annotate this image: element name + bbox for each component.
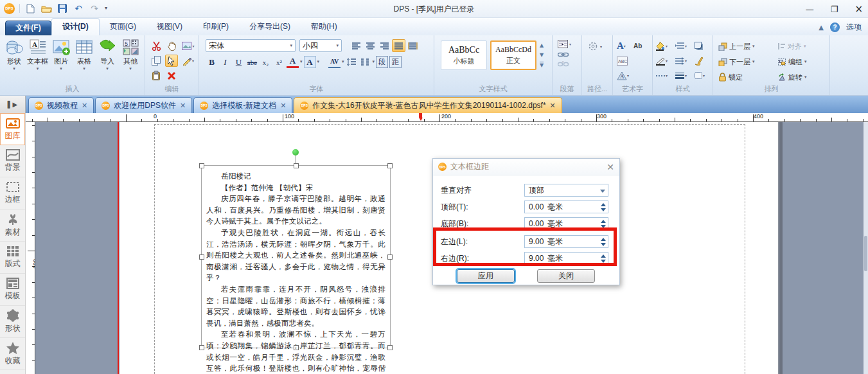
rotate-button[interactable]: 旋转▾ xyxy=(777,71,833,84)
arrow-style-icon[interactable]: ▾ xyxy=(675,57,694,65)
highlight-color-button[interactable]: A xyxy=(304,56,316,68)
tab-close-icon[interactable]: ✕ xyxy=(280,102,286,110)
superscript-button[interactable]: x² xyxy=(273,56,285,68)
strikethrough-button[interactable]: abe xyxy=(246,56,258,68)
dialog-title-bar[interactable]: DPS 文本框边距 ✕ xyxy=(433,159,619,175)
hand-tool-icon[interactable] xyxy=(165,40,178,52)
top-margin-input[interactable]: 0.00毫米 xyxy=(524,200,608,213)
doc-tab-active-composition[interactable]: DPS 作文集-大16开软皮平装-蓝色古风中学生作文集20190114-1002… xyxy=(294,97,562,113)
bottom-margin-input[interactable]: 0.00毫米 xyxy=(524,217,608,230)
subscript-button[interactable]: x₂ xyxy=(260,56,272,68)
insert-shape-button[interactable]: 形状▾ xyxy=(4,38,24,71)
indent-lines-icon[interactable]: ▾ xyxy=(675,42,694,50)
format-brush-icon[interactable] xyxy=(694,56,711,66)
lock-button[interactable]: 锁定 xyxy=(718,71,777,84)
resize-handle-ne[interactable] xyxy=(387,163,393,168)
sidebar-item-gallery[interactable]: 图库 xyxy=(0,113,25,145)
doc-tab-template[interactable]: DPS 选择模板-新建文档 ✕ xyxy=(193,97,292,113)
scrollbar-thumb[interactable] xyxy=(864,236,867,271)
text-wrap-icon[interactable]: ▾ xyxy=(558,40,581,48)
valign-select[interactable]: 顶部 xyxy=(524,184,608,197)
unlink-icon[interactable] xyxy=(558,60,581,67)
sidebar-item-favorites[interactable]: 收藏 xyxy=(0,338,25,370)
doc-tab-video-tutorial[interactable]: DPS 视频教程 ✕ xyxy=(28,97,94,113)
sidebar-item-material[interactable]: 素材 xyxy=(0,209,25,242)
distance-settings-button[interactable]: 距 xyxy=(389,56,402,68)
insert-table-button[interactable]: 表格▾ xyxy=(74,38,94,71)
frame-shape-icon[interactable]: ▾ xyxy=(694,71,711,80)
wordart-shape-button[interactable]: A▾ xyxy=(617,71,633,80)
columns-button[interactable] xyxy=(359,56,371,68)
picture-select-icon[interactable]: ▾ xyxy=(182,42,194,50)
style-card-subtitle[interactable]: AaBbCc 小标题 xyxy=(441,40,487,70)
wordart-abc-button[interactable]: ABC xyxy=(617,57,633,66)
left-margin-input[interactable]: 9.00毫米 xyxy=(524,235,608,248)
style-card-body[interactable]: AaBbCcDd 正文 xyxy=(490,40,536,70)
sidebar-item-border[interactable]: 边框 xyxy=(0,177,25,209)
bold-button[interactable]: B xyxy=(206,56,218,68)
spinner-buttons[interactable] xyxy=(599,236,607,247)
line-style-icon[interactable]: ▾ xyxy=(655,57,675,66)
sidebar-item-background[interactable]: 背景 xyxy=(0,145,25,177)
close-button[interactable]: × xyxy=(855,3,863,15)
pen-edit-icon[interactable]: ▾ xyxy=(182,57,194,66)
sidebar-item-template[interactable]: 模板 xyxy=(0,274,25,306)
vertical-scrollbar[interactable] xyxy=(864,122,868,374)
select-cursor-icon[interactable] xyxy=(165,55,178,67)
resize-handle-e[interactable] xyxy=(387,254,393,260)
styles-scroll-down-icon[interactable]: ▼ xyxy=(540,52,544,58)
resize-handle-nw[interactable] xyxy=(199,163,204,168)
paragraph-settings-button[interactable]: 段 xyxy=(376,56,388,68)
italic-button[interactable]: I xyxy=(219,56,231,68)
menu-tab-share-export[interactable]: 分享导出(S) xyxy=(239,19,301,35)
cut-icon[interactable] xyxy=(150,40,163,52)
line-spacing-button[interactable] xyxy=(346,56,358,68)
menu-tab-print[interactable]: 印刷(P) xyxy=(193,19,239,35)
help-icon[interactable]: ? xyxy=(830,22,840,32)
shadow-effect-icon[interactable] xyxy=(694,41,711,51)
align-objects-button[interactable]: 对齐▾ xyxy=(777,40,833,53)
tab-close-icon[interactable]: ✕ xyxy=(82,102,87,110)
resize-handle-se[interactable] xyxy=(387,345,393,350)
font-size-combo[interactable]: 小四▾ xyxy=(299,39,342,52)
sidebar-item-layout[interactable]: 版式 xyxy=(0,242,25,274)
align-left-button[interactable] xyxy=(350,39,363,52)
spinner-buttons[interactable] xyxy=(599,201,607,213)
resize-handle-sw[interactable] xyxy=(199,345,204,350)
align-distribute-button[interactable] xyxy=(406,39,420,52)
menu-tab-help[interactable]: 帮助(H) xyxy=(301,19,348,35)
path-gear-icon[interactable]: ▾ xyxy=(582,35,612,52)
insert-picture-button[interactable]: 图片▾ xyxy=(51,38,71,71)
doc-tab-welcome[interactable]: DPS 欢迎使用DPS软件 ✕ xyxy=(95,97,192,113)
copy-icon[interactable] xyxy=(150,55,163,67)
sidebar-expand-button[interactable]: ▌▶ xyxy=(0,96,26,113)
close-dialog-button[interactable]: 关闭 xyxy=(537,269,595,283)
menu-tab-file[interactable]: 文件(F) xyxy=(5,21,51,35)
styles-more-icon[interactable]: ▼ xyxy=(540,62,544,68)
paste-icon[interactable] xyxy=(150,69,163,82)
underline-button[interactable]: U xyxy=(233,56,245,68)
text-frame[interactable]: 岳阳楼记 【作者】范仲淹 【朝代】宋 庆历四年春，滕子京谪守巴陵郡。越明年，政通… xyxy=(201,165,391,348)
restore-button[interactable]: ❐ xyxy=(831,4,838,14)
minimize-button[interactable]: — xyxy=(806,4,814,14)
styles-scroll-up-icon[interactable]: ▲ xyxy=(540,42,544,48)
fill-color-icon[interactable]: ▾ xyxy=(655,41,675,51)
resize-handle-w[interactable] xyxy=(199,254,204,260)
options-link[interactable]: 选项 xyxy=(846,22,862,33)
line-weight-icon[interactable]: ▾ xyxy=(675,72,694,79)
char-spacing-button[interactable]: AV xyxy=(328,56,341,68)
wordart-color-button[interactable]: A▾ xyxy=(617,40,633,51)
menu-tab-design[interactable]: 设计(D) xyxy=(51,18,100,35)
sidebar-item-shape[interactable]: 形状 xyxy=(0,306,25,338)
bring-forward-button[interactable]: 上一层▾ xyxy=(718,40,777,53)
link-icon[interactable] xyxy=(558,51,581,57)
tab-close-icon[interactable]: ✕ xyxy=(180,102,186,110)
insert-import-button[interactable]: 导入▾ xyxy=(97,38,118,71)
font-color-button[interactable]: A xyxy=(287,56,299,68)
vertical-ruler[interactable]: 100 xyxy=(26,122,35,374)
wordart-ab-button[interactable]: Ab xyxy=(633,42,648,49)
tab-close-icon[interactable]: ✕ xyxy=(550,102,556,110)
insert-textbox-button[interactable]: A 文本框▾ xyxy=(27,38,48,71)
horizontal-ruler[interactable]: 0 100 200 300 400 xyxy=(26,113,868,122)
right-margin-input[interactable]: 9.00毫米 xyxy=(524,252,608,265)
